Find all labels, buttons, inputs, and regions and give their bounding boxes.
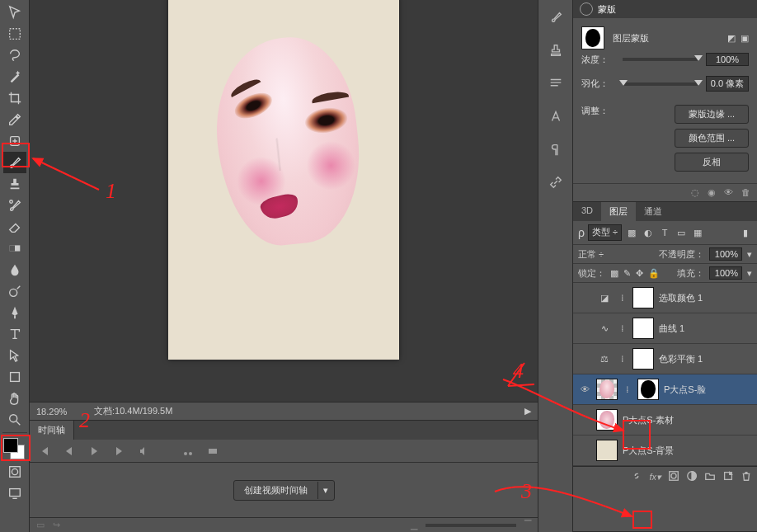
dodge-tool[interactable] — [3, 280, 26, 302]
screen-mode-toggle[interactable] — [3, 483, 26, 504]
layer-name[interactable]: 色彩平衡 1 — [659, 353, 703, 365]
adjustment-layer-icon[interactable] — [686, 470, 698, 483]
blend-mode-select[interactable]: 正常 ÷ — [578, 248, 647, 261]
character-icon[interactable] — [547, 107, 565, 125]
foreground-color-swatch[interactable] — [3, 438, 18, 453]
pen-tool[interactable] — [3, 302, 26, 323]
create-video-timeline-button[interactable]: 创建视频时间轴 ▾ — [233, 480, 335, 501]
layer-name[interactable]: 曲线 1 — [659, 322, 684, 335]
filter-type-icon[interactable]: T — [658, 226, 671, 239]
audio-mute-button[interactable] — [134, 443, 153, 459]
document-canvas[interactable] — [168, 0, 399, 360]
timeline-zoom-out-icon[interactable]: ▁ — [411, 520, 417, 530]
status-arrow-icon[interactable]: ▶ — [524, 406, 531, 417]
tab-channels[interactable]: 通道 — [636, 202, 670, 221]
eraser-tool[interactable] — [3, 216, 26, 238]
move-tool[interactable] — [3, 2, 26, 23]
layer-thumb[interactable] — [596, 379, 618, 400]
layer-name[interactable]: 选取颜色 1 — [659, 292, 703, 304]
layer-row[interactable]: ⚖ ⁞ 色彩平衡 1 — [573, 344, 757, 374]
mask-thumbnail[interactable] — [581, 26, 604, 49]
eyedropper-tool[interactable] — [3, 109, 26, 130]
color-swatches[interactable] — [3, 438, 26, 461]
create-timeline-dropdown[interactable]: ▾ — [317, 482, 334, 499]
timeline-zoom-in-icon[interactable]: ▔ — [524, 520, 531, 530]
visibility-toggle[interactable]: 👁 — [578, 384, 591, 394]
first-frame-button[interactable] — [35, 443, 54, 459]
transition-button[interactable] — [203, 443, 223, 459]
add-mask-icon[interactable] — [668, 470, 679, 483]
mask-edge-button[interactable]: 蒙版边缘 ... — [675, 105, 749, 124]
filter-smart-icon[interactable]: ▦ — [691, 226, 704, 239]
density-slider[interactable] — [623, 58, 699, 61]
layer-name[interactable]: P大点S-素材 — [623, 414, 674, 426]
layer-mask-thumb[interactable] — [632, 287, 654, 308]
zoom-level[interactable]: 18.29% — [36, 407, 82, 417]
timeline-zoom-slider[interactable] — [426, 524, 516, 527]
hand-tool[interactable] — [3, 388, 26, 409]
filter-shape-icon[interactable]: ▭ — [675, 226, 688, 239]
tool-presets-icon[interactable] — [547, 173, 565, 191]
layer-mask-thumb[interactable] — [632, 348, 654, 370]
opacity-value[interactable]: 100% — [709, 247, 742, 261]
canvas-area[interactable] — [30, 0, 538, 402]
crop-tool[interactable] — [3, 87, 26, 109]
type-tool[interactable] — [3, 323, 26, 345]
layer-mask-thumb[interactable] — [632, 318, 654, 339]
magic-wand-tool[interactable] — [3, 66, 26, 87]
lasso-tool[interactable] — [3, 45, 26, 66]
pixel-mask-icon[interactable]: ◩ — [727, 33, 736, 44]
next-frame-button[interactable] — [109, 443, 129, 459]
paragraph-icon[interactable] — [547, 74, 565, 92]
layer-name[interactable]: P大点S-脸 — [664, 384, 706, 396]
load-selection-icon[interactable]: ◌ — [691, 187, 699, 198]
tab-layers[interactable]: 图层 — [601, 202, 636, 221]
toggle-mask-icon[interactable]: 👁 — [724, 187, 733, 198]
stamp-tool[interactable] — [3, 173, 26, 195]
invert-button[interactable]: 反相 — [675, 153, 749, 172]
filter-toggle[interactable]: ▮ — [739, 226, 752, 239]
layer-row[interactable]: ◪ ⁞ 选取颜色 1 — [573, 283, 757, 313]
lock-pixels-icon[interactable]: ✎ — [623, 268, 631, 279]
brush-presets-icon[interactable] — [547, 8, 565, 26]
gradient-tool[interactable] — [3, 238, 26, 259]
fx-icon[interactable]: fx▾ — [649, 472, 661, 483]
timeline-tab[interactable]: 时间轴 — [30, 421, 74, 440]
brush-tool[interactable] — [3, 152, 26, 173]
color-range-button[interactable]: 颜色范围 ... — [675, 129, 749, 148]
prev-frame-button[interactable] — [59, 443, 79, 459]
shape-tool[interactable] — [3, 366, 26, 388]
layer-thumb[interactable] — [596, 440, 618, 461]
clone-source-icon[interactable] — [547, 41, 565, 59]
layer-thumb[interactable] — [596, 409, 618, 431]
layer-row[interactable]: P大点S-素材 — [573, 405, 757, 435]
zoom-tool[interactable] — [3, 409, 26, 431]
healing-brush-tool[interactable] — [3, 130, 26, 152]
link-layers-icon[interactable] — [631, 470, 642, 483]
filter-pixel-icon[interactable]: ▩ — [625, 226, 638, 239]
vector-mask-icon[interactable]: ▣ — [741, 33, 749, 44]
feather-value[interactable]: 0.0 像素 — [706, 76, 749, 92]
lock-position-icon[interactable]: ✥ — [636, 268, 643, 279]
apply-mask-icon[interactable]: ◉ — [708, 187, 716, 198]
filter-adjust-icon[interactable]: ◐ — [642, 226, 655, 239]
layer-name[interactable]: P大点S-背景 — [623, 445, 674, 457]
play-button[interactable] — [84, 443, 104, 459]
paragraph-style-icon[interactable] — [547, 140, 565, 158]
layer-row[interactable]: P大点S-背景 — [573, 435, 757, 466]
layer-row[interactable]: 👁 ⁞ P大点S-脸 — [573, 374, 757, 405]
feather-slider[interactable] — [623, 82, 699, 86]
history-brush-tool[interactable] — [3, 195, 26, 216]
tab-3d[interactable]: 3D — [573, 202, 601, 221]
density-value[interactable]: 100% — [706, 53, 749, 66]
split-clip-button[interactable] — [178, 443, 198, 459]
lock-transparent-icon[interactable]: ▩ — [610, 268, 618, 279]
document-info[interactable]: 文档:10.4M/199.5M — [94, 405, 513, 417]
new-layer-icon[interactable] — [722, 470, 734, 483]
lock-all-icon[interactable]: 🔒 — [648, 268, 660, 279]
fill-value[interactable]: 100% — [709, 266, 742, 280]
delete-mask-icon[interactable]: 🗑 — [741, 187, 750, 198]
timeline-footer-arrow-icon[interactable]: ↪ — [53, 520, 60, 530]
layer-row[interactable]: ∿ ⁞ 曲线 1 — [573, 313, 757, 344]
filter-type-select[interactable]: 类型 ÷ — [588, 224, 622, 241]
